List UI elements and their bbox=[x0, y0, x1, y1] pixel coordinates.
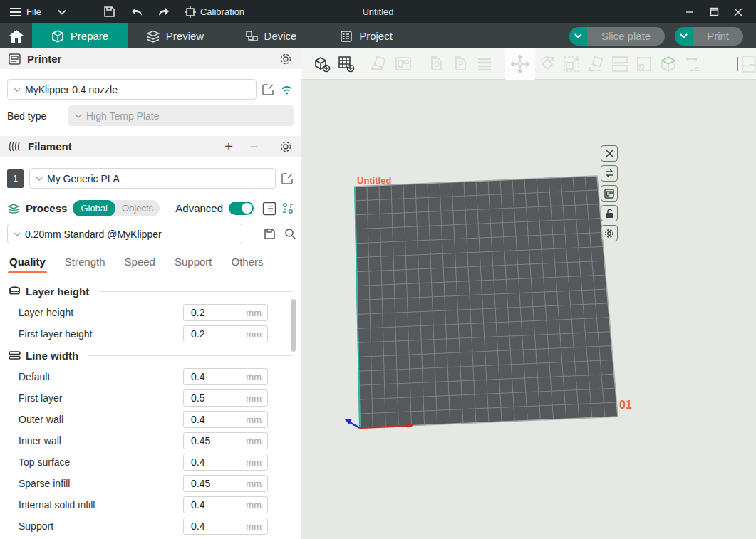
param-input[interactable]: 0.2mm bbox=[183, 325, 268, 342]
swap-plate-button[interactable] bbox=[601, 165, 618, 182]
file-menu[interactable]: File bbox=[6, 6, 46, 17]
tab-device-label: Device bbox=[264, 30, 297, 42]
tab-project[interactable]: Project bbox=[319, 23, 414, 48]
variable-layer-height-button[interactable] bbox=[737, 52, 756, 76]
param-label: Default bbox=[19, 371, 50, 382]
process-tabs: Quality Strength Speed Support Others bbox=[0, 247, 301, 273]
undo-icon bbox=[130, 7, 143, 17]
edit-printer-button[interactable] bbox=[262, 83, 274, 95]
text-tool-button[interactable]: a bbox=[680, 52, 705, 76]
param-row: First layer height0.2mm bbox=[9, 323, 292, 345]
param-input[interactable]: 0.5mm bbox=[183, 389, 268, 407]
home-button[interactable] bbox=[0, 23, 32, 48]
delete-plate-button[interactable] bbox=[601, 145, 618, 162]
tab-quality[interactable]: Quality bbox=[9, 256, 46, 273]
printer-settings-button[interactable] bbox=[279, 53, 292, 66]
param-unit: mm bbox=[246, 393, 267, 404]
plate-settings-button[interactable] bbox=[601, 225, 618, 241]
param-unit: mm bbox=[246, 436, 267, 446]
param-input[interactable]: 0.4mm bbox=[183, 411, 268, 428]
lock-plate-button[interactable] bbox=[601, 205, 618, 221]
param-label: Sparse infill bbox=[19, 478, 70, 489]
param-unit: mm bbox=[246, 308, 267, 318]
param-input[interactable]: 0.4mm bbox=[183, 368, 268, 385]
save-preset-button[interactable] bbox=[264, 228, 276, 240]
search-settings-button[interactable] bbox=[284, 228, 296, 240]
param-input[interactable]: 0.2mm bbox=[183, 304, 268, 321]
maximize-button[interactable] bbox=[702, 3, 726, 21]
scale-tool-button[interactable] bbox=[559, 52, 584, 76]
close-icon bbox=[605, 149, 614, 158]
tab-prepare-label: Prepare bbox=[71, 30, 108, 42]
bed-type-select[interactable]: High Temp Plate bbox=[68, 105, 294, 126]
add-filament-button[interactable]: + bbox=[219, 140, 238, 154]
remove-filament-button[interactable]: − bbox=[244, 140, 263, 154]
tab-support[interactable]: Support bbox=[175, 256, 212, 273]
print-button[interactable]: Print bbox=[693, 27, 743, 46]
layers-button[interactable] bbox=[472, 52, 497, 76]
edit-filament-button[interactable] bbox=[281, 172, 294, 184]
param-input[interactable]: 0.45mm bbox=[183, 432, 268, 449]
filament-preset-value: My Generic PLA bbox=[47, 173, 120, 184]
scope-global-button[interactable]: Global bbox=[73, 200, 115, 216]
assembly-view-button[interactable] bbox=[656, 52, 680, 76]
slice-options-button[interactable] bbox=[569, 27, 587, 46]
param-row: Inner wall0.45mm bbox=[9, 430, 292, 451]
arrange-plate-button[interactable] bbox=[601, 185, 618, 202]
calibration-button[interactable]: Calibration bbox=[180, 6, 249, 18]
sidebar-scrollbar[interactable] bbox=[291, 299, 296, 352]
copy-button[interactable]: O bbox=[424, 52, 448, 76]
viewport-3d[interactable]: O P bbox=[301, 48, 756, 539]
print-options-button[interactable] bbox=[675, 27, 693, 46]
param-input[interactable]: 0.45mm bbox=[183, 475, 268, 492]
minimize-button[interactable] bbox=[678, 3, 702, 21]
add-object-button[interactable] bbox=[310, 52, 334, 76]
file-menu-chevron[interactable] bbox=[51, 3, 73, 21]
printer-icon bbox=[9, 53, 21, 65]
slice-plate-button[interactable]: Slice plate bbox=[587, 27, 665, 46]
tab-prepare[interactable]: Prepare bbox=[32, 23, 128, 48]
section-divider bbox=[88, 355, 292, 356]
paste-button[interactable]: P bbox=[448, 52, 472, 76]
process-preset-select[interactable]: 0.20mm Standard @MyKlipper bbox=[7, 224, 242, 244]
tab-preview[interactable]: Preview bbox=[128, 23, 223, 48]
printer-preset-select[interactable]: MyKlipper 0.4 nozzle bbox=[7, 79, 257, 100]
redo-button[interactable] bbox=[153, 3, 175, 21]
compare-presets-button[interactable] bbox=[282, 202, 294, 215]
filament-preset-select[interactable]: My Generic PLA bbox=[29, 168, 276, 189]
save-button[interactable] bbox=[99, 3, 120, 21]
auto-orient-button[interactable] bbox=[367, 52, 391, 76]
build-plate-canvas[interactable]: Untitled 01 bbox=[301, 80, 755, 539]
prepare-icon bbox=[51, 30, 64, 43]
param-input[interactable]: 0.4mm bbox=[183, 454, 268, 471]
arrange-button[interactable] bbox=[391, 52, 415, 76]
parameter-table-button[interactable] bbox=[262, 202, 276, 216]
param-value: 0.4 bbox=[184, 520, 204, 532]
tab-device[interactable]: Device bbox=[223, 23, 319, 48]
param-value: 0.4 bbox=[184, 414, 204, 425]
tab-speed[interactable]: Speed bbox=[125, 256, 155, 273]
param-input[interactable]: 0.4mm bbox=[183, 518, 268, 535]
lay-flat-tool-button[interactable] bbox=[584, 52, 608, 76]
filament-settings-button[interactable] bbox=[279, 140, 292, 153]
tab-others[interactable]: Others bbox=[232, 256, 264, 273]
advanced-toggle[interactable] bbox=[229, 202, 254, 215]
scope-objects-button[interactable]: Objects bbox=[115, 203, 160, 214]
split-tool-button[interactable] bbox=[608, 52, 632, 76]
rotate-tool-button[interactable] bbox=[535, 52, 559, 76]
minimize-icon bbox=[685, 8, 694, 16]
param-unit: mm bbox=[246, 521, 267, 532]
paint-fill-tool-button[interactable] bbox=[632, 52, 656, 76]
close-button[interactable] bbox=[726, 3, 750, 21]
parameter-list: Layer heightLayer height0.2mmFirst layer… bbox=[0, 273, 301, 537]
param-label: Support bbox=[19, 520, 53, 532]
tab-strength[interactable]: Strength bbox=[65, 256, 105, 273]
add-plate-button[interactable] bbox=[334, 52, 358, 76]
undo-button[interactable] bbox=[126, 3, 147, 21]
printer-connection-icon[interactable] bbox=[280, 84, 294, 95]
home-icon bbox=[9, 30, 24, 43]
param-input[interactable]: 0.4mm bbox=[183, 496, 268, 513]
process-icon bbox=[7, 203, 20, 214]
param-value: 0.45 bbox=[184, 478, 210, 489]
move-tool-button[interactable] bbox=[505, 48, 535, 80]
